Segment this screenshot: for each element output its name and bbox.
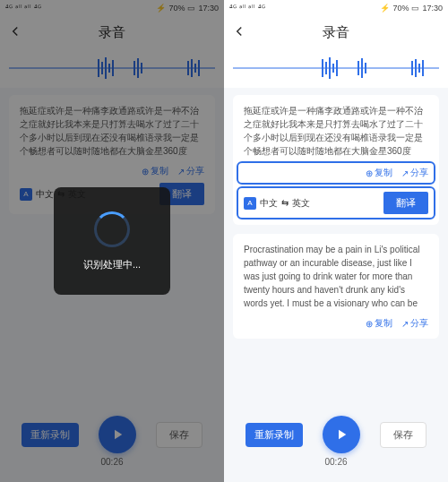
playback-time: 00:26: [100, 457, 123, 467]
play-button[interactable]: [99, 416, 136, 453]
swap-icon: ⇆: [281, 198, 289, 208]
share-button[interactable]: ↗ 分享: [177, 165, 204, 177]
translate-button[interactable]: 翻译: [383, 192, 428, 214]
phone-processing-state: ⁴ᴳ ᵃˡˡ ᵃˡˡ ⁴ᴳ ⚡ 70% ▭ 17:30 录音: [0, 0, 224, 482]
translation-text: Procrastination may be a pain in Li's po…: [244, 243, 428, 310]
swap-icon: ⇆: [57, 189, 65, 199]
translation-card: Procrastination may be a pain in Li's po…: [233, 234, 439, 339]
status-battery-icon: ⚡: [156, 4, 166, 13]
language-pair[interactable]: A 中文 ⇆ 英文: [20, 188, 86, 201]
status-bar: ⁴ᴳ ᵃˡˡ ᵃˡˡ ⁴ᴳ ⚡ 70% ▭ 17:30: [0, 0, 224, 16]
translate-a-icon: A: [244, 197, 256, 210]
back-icon[interactable]: [231, 23, 247, 43]
page-title: 录音: [99, 24, 125, 41]
status-bar: ⁴ᴳ ᵃˡˡ ᵃˡˡ ⁴ᴳ ⚡ 70% ▭ 17:30: [224, 0, 448, 16]
copy-button[interactable]: ⊕ 复制: [142, 165, 168, 177]
status-batt-shape: ▭: [187, 4, 195, 13]
status-battery-icon: ⚡: [380, 4, 390, 13]
status-signal: ⁴ᴳ ᵃˡˡ ᵃˡˡ ⁴ᴳ: [5, 4, 41, 13]
phone-result-state: ⁴ᴳ ᵃˡˡ ᵃˡˡ ⁴ᴳ ⚡ 70% ▭ 17:30 录音: [224, 0, 448, 482]
back-icon[interactable]: [7, 23, 23, 43]
share-button[interactable]: ↗ 分享: [401, 167, 428, 179]
copy-button[interactable]: ⊕ 复制: [366, 317, 392, 330]
source-text-card: 拖延症或许是一种痛李政通路或许是一种不治之症就好比我本来是只打算去喝水了过了二十…: [9, 95, 215, 214]
status-time: 17:30: [198, 4, 219, 13]
rerecord-button[interactable]: 重新录制: [22, 423, 79, 447]
playback-time: 00:26: [324, 457, 347, 467]
save-button[interactable]: 保存: [380, 422, 426, 448]
language-pair[interactable]: A 中文 ⇆ 英文: [244, 197, 310, 210]
translate-a-icon: A: [20, 188, 32, 201]
source-text: 拖延症或许是一种痛李政通路或许是一种不治之症就好比我本来是只打算去喝水了过了二十…: [244, 104, 428, 158]
rerecord-button[interactable]: 重新录制: [246, 423, 303, 447]
share-button[interactable]: ↗ 分享: [401, 317, 428, 330]
status-time: 17:30: [422, 4, 443, 13]
status-battery: 70%: [168, 4, 185, 13]
page-title: 录音: [323, 24, 349, 41]
source-text: 拖延症或许是一种痛李政通路或许是一种不治之症就好比我本来是只打算去喝水了过了二十…: [20, 104, 204, 158]
status-battery: 70%: [392, 4, 409, 13]
status-batt-shape: ▭: [411, 4, 419, 13]
header: 录音: [0, 16, 224, 48]
svg-marker-27: [339, 430, 346, 440]
save-button[interactable]: 保存: [156, 422, 202, 448]
header: 录音: [224, 16, 448, 48]
svg-marker-13: [115, 430, 122, 440]
waveform: [224, 48, 448, 88]
translate-button[interactable]: 翻译: [159, 183, 204, 205]
copy-button[interactable]: ⊕ 复制: [366, 167, 392, 179]
source-text-card: 拖延症或许是一种痛李政通路或许是一种不治之症就好比我本来是只打算去喝水了过了二十…: [233, 95, 439, 225]
play-button[interactable]: [323, 416, 360, 453]
waveform: [0, 48, 224, 88]
status-signal: ⁴ᴳ ᵃˡˡ ᵃˡˡ ⁴ᴳ: [229, 4, 265, 13]
